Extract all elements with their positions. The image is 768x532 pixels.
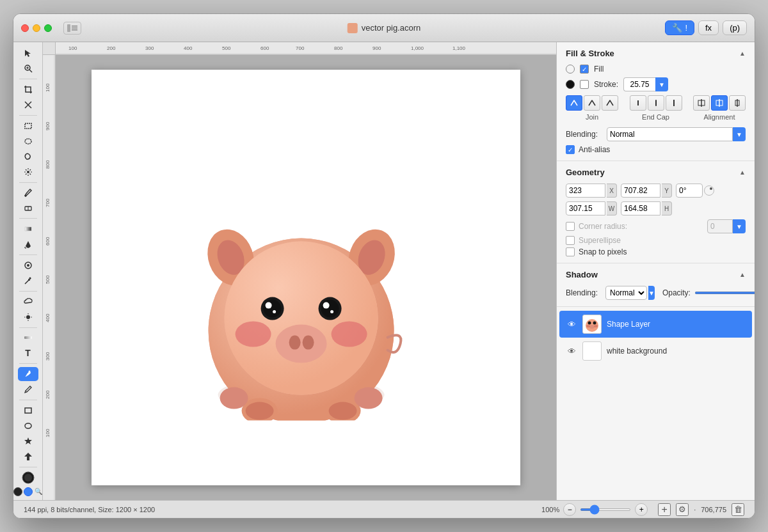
- shadow-blending-arrow[interactable]: ▼: [648, 286, 655, 300]
- align-btn-3[interactable]: [729, 95, 746, 111]
- align-btn-1[interactable]: [693, 95, 710, 111]
- join-btn-1[interactable]: [566, 95, 582, 111]
- tool-cloud[interactable]: [18, 295, 38, 309]
- tool-crop[interactable]: [18, 82, 38, 97]
- fill-radio[interactable]: [566, 65, 575, 74]
- background-color[interactable]: [24, 487, 33, 496]
- svg-point-96: [289, 336, 301, 350]
- snap-checkbox[interactable]: [566, 247, 575, 256]
- tools-panel-button[interactable]: 🔧 !: [665, 20, 694, 35]
- tool-record[interactable]: [18, 471, 38, 485]
- superellipse-checkbox[interactable]: [566, 236, 575, 245]
- tool-pencil[interactable]: [18, 382, 38, 396]
- svg-line-22: [26, 169, 27, 171]
- svg-point-84: [225, 242, 378, 395]
- w-input-group: W: [566, 201, 617, 215]
- delete-layer-button[interactable]: 🗑: [732, 503, 744, 516]
- foreground-color[interactable]: [13, 487, 22, 496]
- fill-stroke-header[interactable]: Fill & Stroke ▲: [566, 49, 746, 58]
- tool-gradient[interactable]: [18, 222, 38, 236]
- zoom-slider[interactable]: [580, 508, 631, 511]
- zoom-in-button[interactable]: +: [635, 503, 648, 516]
- x-input[interactable]: [566, 184, 605, 198]
- join-label: Join: [586, 113, 598, 121]
- tool-arrow[interactable]: [18, 46, 38, 60]
- tool-eraser[interactable]: [18, 201, 38, 215]
- tool-ellipse-shape[interactable]: [18, 419, 38, 433]
- stroke-color-dot[interactable]: [566, 80, 575, 89]
- w-input[interactable]: [566, 201, 605, 215]
- canvas-document[interactable]: [92, 70, 520, 485]
- tool-lasso[interactable]: [18, 150, 38, 164]
- layer-thumb-shape: [582, 315, 602, 334]
- layer-item-bg[interactable]: 👁 white background: [559, 338, 752, 364]
- y-input[interactable]: [621, 184, 660, 198]
- p-panel-button[interactable]: (p): [723, 20, 747, 35]
- tool-rect-shape[interactable]: [18, 403, 38, 418]
- pig-illustration: [183, 146, 420, 421]
- zoom-level-indicator[interactable]: 🔍: [34, 487, 43, 496]
- tool-transform[interactable]: [18, 98, 38, 112]
- tool-wand[interactable]: [18, 274, 38, 288]
- endcap-btn-2[interactable]: [648, 95, 664, 111]
- tool-text[interactable]: T: [18, 346, 38, 360]
- svg-point-91: [323, 302, 330, 309]
- fill-checkbox[interactable]: ✓: [580, 65, 589, 74]
- svg-point-116: [593, 322, 596, 325]
- degree-input[interactable]: [676, 184, 703, 198]
- tool-brush[interactable]: [18, 185, 38, 199]
- corner-radius-arrow[interactable]: ▼: [733, 219, 746, 233]
- tool-fill[interactable]: [18, 237, 38, 251]
- shadow-blending-select[interactable]: Normal: [605, 286, 647, 300]
- corner-radius-input[interactable]: [707, 219, 733, 233]
- blending-select-arrow[interactable]: ▼: [733, 127, 746, 141]
- statusbar-right: + ⚙ · 706,775 🗑: [658, 503, 744, 516]
- tool-sun[interactable]: [18, 310, 38, 324]
- anti-alias-row: ✓ Anti-alias: [566, 145, 746, 154]
- endcap-btn-1[interactable]: [630, 95, 646, 111]
- minimize-button[interactable]: [33, 24, 40, 32]
- zoom-group: 100% − +: [541, 503, 648, 516]
- tool-eyedropper[interactable]: [18, 258, 38, 272]
- add-layer-button[interactable]: +: [658, 503, 671, 516]
- blending-select[interactable]: Normal Multiply Screen: [607, 127, 733, 141]
- tool-marquee-rect[interactable]: [18, 119, 38, 133]
- svg-rect-30: [25, 227, 31, 231]
- tool-arrow-shape[interactable]: [18, 450, 38, 464]
- tool-gradient-bar[interactable]: [18, 331, 38, 345]
- zoom-out-button[interactable]: −: [563, 503, 576, 516]
- settings-button[interactable]: ⚙: [676, 503, 689, 516]
- join-btn-2[interactable]: [584, 95, 600, 111]
- tool-pen[interactable]: [18, 367, 38, 381]
- endcap-btn-3[interactable]: [666, 95, 682, 111]
- tool-star[interactable]: [18, 434, 38, 448]
- stroke-value-arrow[interactable]: ▼: [655, 77, 668, 91]
- shadow-header[interactable]: Shadow ▲: [566, 270, 746, 279]
- anti-alias-checkbox[interactable]: ✓: [566, 145, 575, 154]
- svg-text:100: 100: [45, 428, 51, 437]
- opacity-slider[interactable]: [694, 292, 755, 294]
- svg-rect-3: [72, 29, 77, 31]
- sidebar-toggle-button[interactable]: [63, 22, 81, 35]
- canvas-viewport[interactable]: [56, 55, 556, 500]
- h-input[interactable]: [621, 201, 660, 215]
- svg-point-88: [273, 310, 276, 313]
- join-btn-3[interactable]: [602, 95, 618, 111]
- layer-eye-shape[interactable]: 👁: [566, 318, 577, 330]
- close-button[interactable]: [21, 24, 29, 32]
- corner-radius-checkbox[interactable]: [566, 222, 575, 231]
- geometry-header[interactable]: Geometry ▲: [566, 168, 746, 177]
- fx-panel-button[interactable]: fx: [698, 20, 719, 35]
- align-btn-2[interactable]: [711, 95, 728, 111]
- tool-marquee-ellipse[interactable]: [18, 134, 38, 148]
- stroke-checkbox[interactable]: [580, 80, 589, 89]
- maximize-button[interactable]: [44, 24, 52, 32]
- anti-alias-label: Anti-alias: [579, 145, 610, 154]
- tool-magic-wand[interactable]: [18, 165, 38, 179]
- layer-eye-bg[interactable]: 👁: [566, 345, 577, 357]
- layer-item-shape[interactable]: 👁 Shape Layer: [559, 311, 752, 338]
- svg-point-32: [27, 264, 29, 267]
- stroke-value-input[interactable]: [623, 77, 655, 91]
- tool-zoom[interactable]: [18, 61, 38, 75]
- svg-text:600: 600: [45, 237, 51, 246]
